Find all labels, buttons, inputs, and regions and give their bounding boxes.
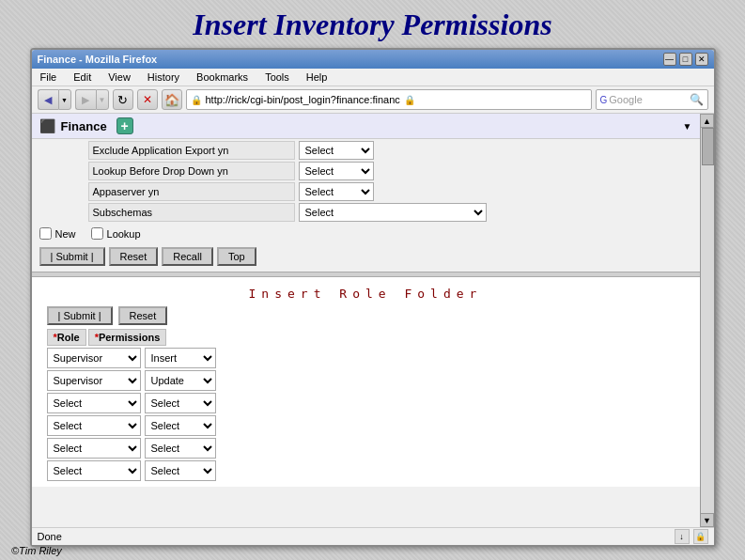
label-appaserver: Appaserver yn [88,182,295,201]
status-icon-2: 🔒 [693,529,708,544]
restore-button[interactable]: □ [679,53,692,66]
minimize-button[interactable]: — [663,53,676,66]
role-row-3: Select Supervisor Select Insert Update [47,393,685,413]
close-button[interactable]: ✕ [695,53,708,66]
finance-reset-button[interactable]: Reset [109,247,159,266]
role-col-header-perm: *Permissions [88,329,167,346]
collapse-button[interactable]: ▼ [683,121,692,132]
browser-titlebar: Finance - Mozilla Firefox — □ ✕ [32,50,714,69]
role-select-5[interactable]: Select Supervisor [47,438,141,459]
address-icon: 🔒 [191,95,202,105]
role-row-1: Supervisor Select Insert Update Select [47,348,685,368]
role-submit-bar: | Submit | Reset [39,304,692,329]
back-forward-group: ◀ ▼ [38,89,71,110]
finance-submit-bar: | Submit | Reset Recall Top [32,243,700,270]
select-appaserver-container: Select Yes No [299,182,374,201]
back-button[interactable]: ◀ [38,89,58,110]
finance-header: ⬛ Finance + ▼ [32,114,700,139]
stop-button[interactable]: ✕ [137,89,158,110]
select-lookup-before[interactable]: Select Yes No [299,162,374,180]
search-button[interactable]: 🔍 [690,93,704,106]
scroll-down-button[interactable]: ▼ [700,513,714,527]
role-select-2[interactable]: Supervisor Select [47,370,141,391]
finance-icon: ⬛ [39,118,55,133]
search-bar[interactable]: G Google 🔍 [596,89,708,110]
window-controls: — □ ✕ [663,53,708,66]
google-logo: G [600,95,608,105]
label-exclude-export: Exclude Application Export yn [88,141,295,160]
form-row-2: Lookup Before Drop Down yn Select Yes No [88,162,700,180]
perm-select-1[interactable]: Insert Update Select [145,348,216,368]
browser-scrollbar: ▲ ▼ [700,114,714,527]
reload-button[interactable]: ↻ [113,89,133,110]
address-bar[interactable]: 🔒 http://rick/cgi-bin/post_login?finance… [186,89,592,110]
forward-dropdown-button[interactable]: ▼ [96,89,109,110]
perm-select-3[interactable]: Select Insert Update [145,393,216,413]
status-text: Done [38,531,62,542]
copyright: ©Tim Riley [11,545,62,556]
lookup-checkbox-label: Lookup [91,227,141,240]
select-exclude-export[interactable]: Select Yes No [299,141,374,160]
role-select-4[interactable]: Select Supervisor [47,415,141,436]
role-reset-button[interactable]: Reset [118,306,168,325]
status-icons: ↓ 🔒 [675,529,708,544]
finance-form: Exclude Application Export yn Select Yes… [32,139,700,272]
browser-title: Finance - Mozilla Firefox [38,54,158,65]
browser-statusbar: Done ↓ 🔒 [32,527,714,545]
scroll-thumb[interactable] [702,128,714,165]
forward-button[interactable]: ▶ [75,89,96,110]
role-row-4: Select Supervisor Select Insert Update [47,415,685,436]
menu-bookmarks[interactable]: Bookmarks [194,70,251,84]
perm-select-6[interactable]: Select Insert Update [145,460,216,481]
menu-history[interactable]: History [145,70,182,84]
address-text: http://rick/cgi-bin/post_login?finance:f… [206,94,400,105]
select-subschemas-container: Select [299,203,487,222]
new-checkbox[interactable] [39,227,52,240]
menu-file[interactable]: File [38,70,60,84]
role-table-header: *Role *Permissions [47,329,685,346]
select-exclude-export-container: Select Yes No [299,141,374,160]
add-button[interactable]: + [116,117,133,134]
label-subschemas: Subschemas [88,203,295,222]
back-dropdown-button[interactable]: ▼ [58,89,71,110]
select-subschemas[interactable]: Select [299,203,487,222]
role-folder-section: Insert Role Folder | Submit | Reset *Rol… [32,277,700,487]
browser-toolbar: ◀ ▼ ▶ ▼ ↻ ✕ 🏠 🔒 http://rick/cgi-bin/post… [32,86,714,114]
search-placeholder: Google [609,94,689,105]
menubar: File Edit View History Bookmarks Tools H… [32,69,714,86]
menu-help[interactable]: Help [303,70,331,84]
role-table: *Role *Permissions Supervisor Select [47,329,685,481]
menu-tools[interactable]: Tools [262,70,292,84]
new-label: New [55,228,76,240]
perm-header-label: Permissions [99,332,160,343]
lookup-checkbox[interactable] [91,227,103,240]
role-select-1[interactable]: Supervisor Select [47,348,141,368]
ssl-indicator: 🔒 [404,95,415,105]
finance-recall-button[interactable]: Recall [162,247,213,266]
perm-select-5[interactable]: Select Insert Update [145,438,216,459]
browser-body: ⬛ Finance + ▼ Exclude Application Export… [32,114,714,527]
role-row-5: Select Supervisor Select Insert Update [47,438,685,459]
menu-edit[interactable]: Edit [70,70,94,84]
menu-view[interactable]: View [105,70,133,84]
role-submit-button[interactable]: | Submit | [47,306,113,325]
new-checkbox-label: New [39,227,76,240]
role-folder-title: Insert Role Folder [39,281,692,304]
role-select-3[interactable]: Select Supervisor [47,393,141,413]
role-row-2: Supervisor Select Update Insert Select [47,370,685,391]
form-row-4: Subschemas Select [88,203,700,222]
role-select-6[interactable]: Select Supervisor [47,460,141,481]
home-button[interactable]: 🏠 [162,89,182,110]
select-appaserver[interactable]: Select Yes No [299,182,374,201]
browser-window: Finance - Mozilla Firefox — □ ✕ File Edi… [30,48,716,547]
perm-select-2[interactable]: Update Insert Select [145,370,216,391]
finance-title: Finance [61,119,107,133]
browser-main: ⬛ Finance + ▼ Exclude Application Export… [32,114,700,527]
label-lookup-before: Lookup Before Drop Down yn [88,162,295,180]
finance-top-button[interactable]: Top [217,247,256,266]
checkbox-row: New Lookup [32,224,700,243]
finance-submit-button[interactable]: | Submit | [39,247,105,266]
scroll-up-button[interactable]: ▲ [700,114,714,128]
page-title: Insert Inventory Permissions [0,0,745,48]
perm-select-4[interactable]: Select Insert Update [145,415,216,436]
